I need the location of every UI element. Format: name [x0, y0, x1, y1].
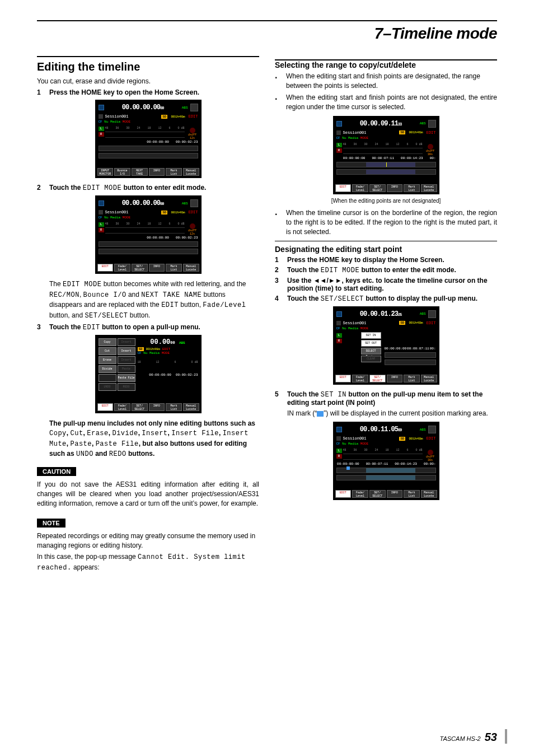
btn-info[interactable]: INFO: [387, 375, 403, 382]
screenshot-edit-mode: 00.00.00.0000 ABS Session001 SD 001h46m …: [95, 195, 202, 274]
bullet-3: . When the timeline cursor is on the bor…: [275, 208, 497, 237]
rstep-3: 3 Use the ◄◄/►►, keys etc. to locate the…: [275, 277, 497, 292]
menu-set-in[interactable]: SET IN: [361, 332, 381, 339]
menu-copy[interactable]: Copy: [99, 338, 116, 346]
btn-info[interactable]: INFO: [387, 184, 403, 192]
sd-badge: SD: [161, 115, 167, 119]
rstep-4: 4 Touch the SET/SELECT button to display…: [275, 295, 497, 303]
footer-product: TASCAM HS-2: [440, 735, 481, 742]
step-number: 2: [37, 184, 45, 192]
step-1: 1 Press the HOME key to open the Home Sc…: [37, 88, 259, 96]
menu-insert-file[interactable]: Insert File: [118, 347, 135, 355]
btn-bounce-io[interactable]: Bounce I/O: [114, 168, 130, 176]
timecode: 00.00.09.1133: [344, 120, 418, 128]
sd-badge: SD: [161, 211, 167, 214]
menu-paste[interactable]: Paste: [118, 365, 135, 373]
section-designate-start: Designating the editing start point: [275, 241, 497, 254]
pullup-paragraph: The pull-up menu includes not only nine …: [49, 419, 259, 460]
btn-mark-list[interactable]: Mark List: [404, 490, 420, 498]
cf-label: CF: [99, 120, 102, 124]
btn-manual-locate[interactable]: Manual Locate: [421, 184, 437, 192]
bullet-dot: .: [275, 72, 282, 91]
swr-icon: [428, 426, 436, 433]
menu-insert-mute[interactable]: Insert Mute: [118, 356, 135, 364]
in-mark-paragraph: IN mark (“”) will be displayed in the cu…: [287, 409, 497, 418]
btn-set-select[interactable]: SET/ SELECT: [369, 184, 386, 192]
step-text: Touch the EDIT button to open a pull-up …: [49, 323, 259, 332]
abs-label: ABS: [182, 202, 188, 206]
menu-undo[interactable]: UNDO: [99, 383, 116, 391]
screenshot-in-point: 00.00.11.0589 ABS Session001 SD 001h48m …: [333, 422, 439, 500]
btn-fade-level[interactable]: Fade/ Level: [352, 490, 368, 498]
btn-info[interactable]: INFO: [387, 490, 403, 498]
time-1: 00:00:00:00: [147, 140, 169, 144]
btn-edit[interactable]: EDIT: [335, 375, 352, 382]
btn-set-select[interactable]: SET/ SELECT: [369, 375, 386, 382]
btn-set-select[interactable]: SET/ SELECT: [369, 490, 386, 498]
btn-manual-locate[interactable]: Manual Locate: [421, 375, 437, 382]
sd-time: 001h46m: [170, 211, 186, 214]
step-number: 1: [37, 88, 45, 96]
step-text: Touch the EDIT MODE button to enter edit…: [49, 184, 259, 192]
menu-clear[interactable]: CLEAR: [361, 356, 381, 362]
btn-mark-list[interactable]: Mark List: [166, 264, 182, 272]
footer-bar: [505, 729, 507, 744]
lock-icon: [99, 210, 103, 214]
rec-circle-icon: [190, 223, 195, 229]
rstep-1: 1 Press the HOME key to display the Home…: [275, 256, 497, 264]
btn-fade-level[interactable]: Fade/ Level: [352, 375, 368, 382]
lock-icon: [336, 130, 341, 135]
header-rule: [37, 20, 497, 21]
step-3: 3 Touch the EDIT button to open a pull-u…: [37, 323, 259, 332]
btn-fade-level[interactable]: Fade/ Level: [352, 184, 368, 192]
timecode: 00.00.01.2325: [344, 310, 418, 318]
btn-info[interactable]: INFO: [149, 264, 165, 272]
screenshot-home-1: 00.00.00.0000 ABS Session001 SD 001h46m …: [95, 100, 202, 178]
step-2: 2 Touch the EDIT MODE button to enter ed…: [37, 184, 259, 192]
btn-manual-locate[interactable]: Manual Locate: [183, 403, 199, 411]
btn-manual-locate[interactable]: Manual Locate: [183, 168, 199, 176]
btn-mark-list[interactable]: Mark List: [404, 375, 420, 382]
btn-mark-list[interactable]: Mark List: [166, 403, 182, 411]
btn-fade-level[interactable]: Fade/ Level: [114, 264, 130, 272]
btn-set-select[interactable]: SET/ SELECT: [132, 403, 148, 411]
lock-icon: [336, 436, 341, 441]
btn-mark-list[interactable]: Mark List: [404, 184, 420, 192]
menu-select-region[interactable]: SELECT Region: [361, 348, 381, 354]
btn-info[interactable]: INFO: [149, 168, 165, 176]
caution-text: If you do not save the AES31 editing inf…: [37, 480, 259, 509]
menu-divide[interactable]: Divide: [99, 365, 116, 373]
btn-mark-list[interactable]: Mark List: [166, 168, 182, 176]
screenshot-set-select-pullup: 00.00.01.2325 ABS Session001 SD 001h48m …: [333, 306, 439, 385]
timecode: 00.00.11.0589: [344, 426, 418, 433]
btn-set-select[interactable]: SET/ SELECT: [132, 264, 148, 272]
step-text: Press the HOME key to open the Home Scre…: [49, 88, 259, 96]
btn-input-monitor[interactable]: INPUT MONITOR: [97, 168, 114, 176]
btn-edit[interactable]: EDIT: [335, 490, 352, 498]
meter-r: R: [99, 132, 104, 137]
btn-edit[interactable]: EDIT: [335, 184, 352, 192]
swr-icon: [190, 104, 198, 111]
meter-r: R: [99, 228, 104, 232]
rec-circle-icon: [428, 144, 433, 150]
btn-edit[interactable]: EDIT: [97, 264, 114, 272]
screenshot-range-select: 00.00.09.1133 ABS Session001 SD 001h46m …: [333, 116, 439, 194]
menu-erase[interactable]: Erase: [99, 356, 116, 364]
menu-paste-file[interactable]: Paste File: [118, 374, 135, 382]
btn-manual-locate[interactable]: Manual Locate: [421, 490, 437, 498]
btn-next-take-name[interactable]: NEXT TAKE NAME: [132, 168, 148, 176]
abs-label: ABS: [182, 106, 188, 110]
bullet-2: . When the editing start and finish poin…: [275, 93, 497, 113]
note-text-2: In this case, the pop-up message Cannot …: [37, 552, 259, 573]
edit-flag: EDIT: [189, 210, 198, 214]
btn-edit[interactable]: EDIT: [97, 403, 114, 411]
menu-set-out[interactable]: SET OUT: [361, 340, 381, 347]
menu-cut[interactable]: Cut: [99, 347, 116, 355]
btn-info[interactable]: INFO: [149, 403, 165, 411]
btn-manual-locate[interactable]: Manual Locate: [183, 264, 199, 272]
mode-label: MODE: [123, 120, 130, 124]
edit-flag: EDIT: [189, 114, 198, 119]
btn-fade-level[interactable]: Fade/ Level: [114, 403, 130, 411]
menu-redo[interactable]: REDO: [118, 383, 135, 391]
menu-insert[interactable]: Insert: [118, 338, 135, 346]
